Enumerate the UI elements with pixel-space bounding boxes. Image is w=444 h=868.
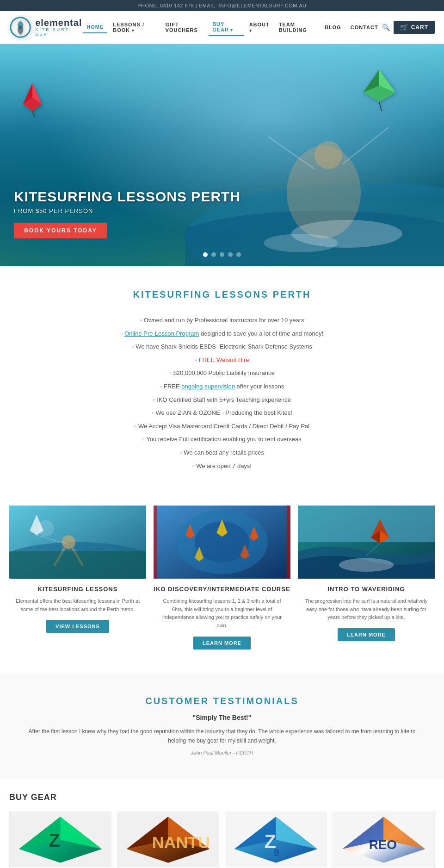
- card-title-3: INTRO TO WAVERIDING: [298, 586, 435, 593]
- cart-label: CART: [411, 24, 428, 31]
- gear-image-3: Z 9: [225, 812, 327, 868]
- buy-gear-title: BUY GEAR: [9, 793, 435, 802]
- card-btn-1[interactable]: VIEW LESSONS: [46, 620, 109, 633]
- svg-rect-23: [298, 506, 435, 542]
- feature-item: Online Pre-Lesson Program designed to sa…: [18, 327, 426, 341]
- gear-item-4[interactable]: REO: [333, 812, 435, 868]
- feature-item: You receive Full certification enabling …: [18, 433, 426, 446]
- feature-item: We use ZIAN & OZONE - Producing the best…: [18, 406, 426, 420]
- buy-gear-section: BUY GEAR Z: [0, 779, 444, 868]
- card-title-1: KITESURFING LESSONS: [9, 586, 146, 593]
- feature-item: We can beat any retails prices: [18, 446, 426, 460]
- contact-info: PHONE: 0410 142 878 | EMAIL: INFO@ELEMEN…: [137, 3, 306, 8]
- card-image-3: [298, 505, 435, 579]
- gear-image-1: Z: [10, 812, 111, 868]
- card-desc-1: Elemental offers the best kitesurfing le…: [9, 597, 146, 613]
- gear-item-1[interactable]: Z: [9, 812, 111, 868]
- card-kitesurfing-lessons: KITESURFING LESSONS Elemental offers the…: [9, 505, 146, 649]
- svg-point-14: [62, 535, 75, 549]
- lessons-info-section: KITESURFING LESSONS PERTH Owned and run …: [0, 266, 444, 496]
- hero-title: KITESURFING LESSONS PERTH: [14, 189, 240, 205]
- cart-button[interactable]: 🛒 CART: [394, 21, 435, 34]
- brand-sub: KITE SURF SUP: [35, 28, 83, 37]
- card-title-2: IKO DISCOVERY/INTERMEDIATE COURSE: [154, 586, 290, 593]
- lessons-section-title: KITESURFING LESSONS PERTH: [18, 289, 426, 300]
- card-iko-course: IKO DISCOVERY/INTERMEDIATE COURSE Combin…: [154, 505, 290, 649]
- top-bar: PHONE: 0410 142 878 | EMAIL: INFO@ELEMEN…: [0, 0, 444, 11]
- cart-icon: 🛒: [400, 24, 408, 31]
- nav-home[interactable]: HOME: [83, 21, 107, 33]
- card-image-2: [154, 505, 290, 579]
- testimonial-text: After the first lesson I knew why they h…: [28, 727, 416, 746]
- gear-item-3[interactable]: Z 9: [225, 812, 327, 868]
- card-desc-2: Combining kitesurfing lessons 1, 2 & 3 w…: [154, 597, 290, 630]
- testimonials-title: CUSTOMER TESTIMONIALS: [28, 696, 416, 706]
- kite-left-icon: [18, 81, 46, 118]
- svg-rect-21: [287, 506, 290, 579]
- nav-buy-gear[interactable]: BUY GEAR: [209, 19, 243, 36]
- card-btn-2[interactable]: LEARN MORE: [193, 637, 251, 649]
- svg-text:NANTU: NANTU: [152, 833, 210, 852]
- svg-text:REO: REO: [369, 837, 397, 852]
- feature-item: IKO Certified Staff with 5+yrs Teaching …: [18, 393, 426, 407]
- logo-text: elemental KITE SURF SUP: [35, 18, 83, 37]
- hero-content: KITESURFING LESSONS PERTH FROM $50 PER P…: [0, 189, 254, 266]
- hero-section: KITESURFING LESSONS PERTH FROM $50 PER P…: [0, 44, 444, 266]
- logo[interactable]: elemental KITE SURF SUP: [9, 16, 83, 39]
- feature-item: FREE Wetsuit Hire: [18, 354, 426, 367]
- nav-team[interactable]: TEAM BUILDING: [275, 19, 319, 36]
- feature-item: We are open 7 days!: [18, 460, 426, 473]
- nav-blog[interactable]: BLOG: [321, 22, 345, 33]
- header: elemental KITE SURF SUP HOME LESSONS / B…: [0, 11, 444, 44]
- main-nav: HOME LESSONS / BOOK GIFT VOUCHERS BUY GE…: [83, 19, 382, 36]
- svg-point-25: [339, 558, 394, 572]
- feature-item: Owned and run by Professional Instructor…: [18, 314, 426, 327]
- search-button[interactable]: 🔍: [382, 24, 390, 31]
- nav-vouchers[interactable]: GIFT VOUCHERS: [162, 19, 207, 36]
- nav-lessons[interactable]: LESSONS / BOOK: [109, 19, 160, 36]
- wetsuit-hire: FREE Wetsuit Hire: [199, 356, 249, 363]
- svg-line-8: [342, 127, 388, 164]
- gear-grid: Z NANTU: [9, 812, 435, 868]
- card-waveriding: INTRO TO WAVERIDING The progression into…: [298, 505, 435, 649]
- gear-image-2: NANTU: [117, 812, 219, 868]
- hero-subtitle: FROM $50 PER PERSON: [14, 207, 240, 214]
- supervision-link[interactable]: ongoing supervision: [181, 383, 235, 390]
- nav-icons: 🔍 🛒 CART: [382, 21, 435, 34]
- svg-text:Z: Z: [49, 830, 60, 850]
- testimonial-quote: "Simply The Best!": [28, 714, 416, 721]
- brand-name: elemental: [35, 18, 83, 28]
- card-desc-3: The progression into the surf is a natur…: [298, 597, 435, 622]
- svg-point-6: [314, 141, 342, 169]
- feature-list: Owned and run by Professional Instructor…: [18, 314, 426, 473]
- feature-item: We Accept Visa Mastercard Credit Cards /…: [18, 420, 426, 433]
- card-btn-3[interactable]: LEARN MORE: [338, 628, 395, 641]
- nav-about[interactable]: ABOUT: [246, 19, 273, 36]
- cards-section: KITESURFING LESSONS Elemental offers the…: [0, 496, 444, 672]
- svg-point-10: [264, 234, 338, 252]
- svg-line-1: [32, 111, 35, 117]
- gear-image-4: REO: [333, 812, 434, 868]
- card-image-1: [9, 505, 146, 579]
- svg-text:9: 9: [274, 847, 279, 858]
- nav-contact[interactable]: CONTACT: [347, 22, 382, 33]
- svg-rect-16: [9, 551, 146, 579]
- gear-item-2[interactable]: NANTU: [117, 812, 219, 868]
- hero-book-button[interactable]: BOOK YOURS TODAY: [14, 223, 107, 238]
- testimonials-section: CUSTOMER TESTIMONIALS "Simply The Best!"…: [0, 673, 444, 779]
- logo-icon: [9, 16, 31, 39]
- svg-rect-20: [154, 506, 157, 579]
- testimonial-author: John Paul Mueller - PERTH: [28, 750, 416, 756]
- feature-item: $20,000,000 Public Liability Insurance: [18, 367, 426, 380]
- pre-lesson-link[interactable]: Online Pre-Lesson Program: [124, 330, 199, 337]
- feature-item: FREE ongoing supervision after your less…: [18, 380, 426, 393]
- feature-item: We have Shark Shields ESDS- Electronic S…: [18, 340, 426, 354]
- cards-grid: KITESURFING LESSONS Elemental offers the…: [9, 505, 435, 649]
